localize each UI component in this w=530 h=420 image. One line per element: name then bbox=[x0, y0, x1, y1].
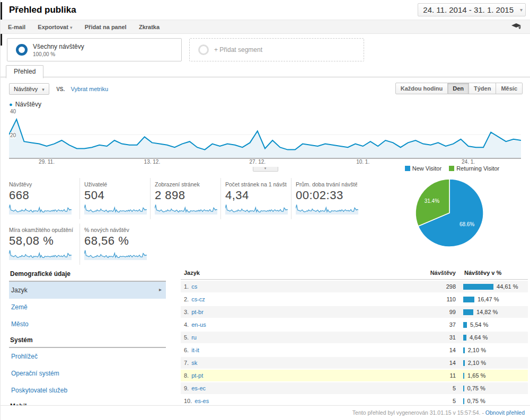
row-visits-percent: 14,82 % bbox=[476, 309, 498, 315]
language-code-link[interactable]: es-es bbox=[195, 398, 209, 404]
choose-metric-link[interactable]: Vybrat metriku bbox=[71, 86, 109, 92]
metric-sparkline bbox=[9, 203, 72, 215]
metric-value: 58,08 % bbox=[9, 234, 75, 248]
table-body: 1.cs29844,61 %2.cs-cz11016,47 %3.pt-br99… bbox=[181, 281, 528, 407]
report-toolbar: E-mail Exportovat ▾ Přidat na panel Zkra… bbox=[1, 20, 530, 34]
report-lower-section: Demografické údajeJazyk▸ZeměMěstoSystémP… bbox=[1, 266, 530, 420]
column-header-visits[interactable]: Návštěvy bbox=[413, 270, 456, 276]
segment-all-visits-percent: 100,00 % bbox=[33, 51, 84, 57]
export-button[interactable]: Exportovat ▾ bbox=[38, 24, 72, 30]
metric-select-dropdown[interactable]: Návštěvy▾ bbox=[9, 83, 49, 95]
visits-percent-bar bbox=[463, 322, 467, 328]
visitor-type-pie-block: New VisitorReturning Visitor 68.6%31.4% bbox=[376, 165, 528, 255]
row-visits: 99 bbox=[413, 309, 456, 315]
education-icon[interactable] bbox=[511, 23, 522, 31]
add-segment-button[interactable]: + Přidat segment bbox=[189, 38, 364, 61]
table-row[interactable]: 3.pt-br9914,82 % bbox=[181, 306, 528, 318]
granularity-month-button[interactable]: Měsíc bbox=[496, 83, 523, 94]
row-rank: 1. bbox=[184, 283, 189, 290]
visits-percent-bar bbox=[463, 360, 465, 366]
metric-sparkline bbox=[155, 203, 217, 215]
table-row[interactable]: 2.cs-cz11016,47 % bbox=[181, 293, 528, 305]
language-code-link[interactable]: es-ec bbox=[191, 385, 206, 391]
sidebar-item-opera-n-syst-m[interactable]: Operační systém bbox=[9, 365, 166, 382]
row-visits: 110 bbox=[413, 296, 456, 302]
sidebar-item-prohl-e-[interactable]: Prohlížeč bbox=[9, 348, 166, 365]
row-rank: 3. bbox=[184, 309, 189, 315]
chevron-down-icon: ▾ bbox=[70, 25, 73, 30]
pie-slice-label: 68.6% bbox=[460, 221, 474, 227]
segment-all-visits-label: Všechny návštěvy bbox=[33, 43, 84, 50]
date-range-selector[interactable]: 24. 11. 2014 - 31. 1. 2015 ▾ bbox=[418, 3, 526, 16]
sidebar-section-title: Demografické údaje bbox=[9, 266, 166, 282]
metric-sparkline bbox=[9, 249, 72, 261]
visits-percent-bar bbox=[463, 373, 464, 379]
metric-card[interactable]: % nových návštěv68,56 % bbox=[80, 224, 150, 265]
segment-ring-icon bbox=[16, 44, 28, 56]
report-header: Přehled publika 24. 11. 2014 - 31. 1. 20… bbox=[1, 0, 530, 20]
segment-ring-placeholder-icon bbox=[198, 44, 209, 55]
language-code-link[interactable]: ru bbox=[191, 334, 197, 341]
segment-all-visits[interactable]: Všechny návštěvy 100,00 % bbox=[7, 38, 182, 61]
metric-value: 4,34 bbox=[225, 189, 287, 202]
row-visits-percent: 1,65 % bbox=[467, 372, 485, 379]
table-row[interactable]: 1.cs29844,61 % bbox=[181, 281, 528, 292]
y-axis-tick-40: 40 bbox=[10, 109, 16, 114]
visits-percent-bar bbox=[463, 335, 466, 341]
visits-percent-bar bbox=[463, 284, 493, 290]
visitor-type-pie-chart[interactable]: 68.6%31.4% bbox=[376, 173, 528, 252]
metric-sparkline bbox=[296, 203, 358, 215]
granularity-week-button[interactable]: Týden bbox=[469, 83, 496, 94]
row-visits: 37 bbox=[413, 321, 456, 328]
language-code-link[interactable]: cs bbox=[191, 283, 197, 290]
column-header-visits-percent[interactable]: Návštěvy v % bbox=[456, 270, 528, 276]
metric-card[interactable]: Prům. doba trvání návštěvy00:02:33 bbox=[291, 178, 361, 219]
row-visits-percent: 0,75 % bbox=[467, 385, 485, 391]
chevron-right-icon: ▸ bbox=[159, 287, 162, 292]
generated-timestamp: Tento přehled byl vygenerován 31.01.15 v… bbox=[352, 409, 484, 416]
sidebar-item-zem-[interactable]: Země bbox=[9, 299, 166, 316]
language-code-link[interactable]: pt-br bbox=[191, 309, 204, 315]
sidebar-item-m-sto[interactable]: Město bbox=[9, 316, 166, 333]
language-code-link[interactable]: cs-cz bbox=[191, 296, 205, 302]
granularity-hourly-button[interactable]: Každou hodinu bbox=[395, 83, 448, 94]
language-code-link[interactable]: en-us bbox=[191, 321, 206, 328]
column-header-language[interactable]: Jazyk bbox=[181, 270, 413, 276]
visits-line-chart[interactable]: 40 20 29. 11.13. 12.27. 12.10. 1.24. 1. … bbox=[9, 110, 522, 172]
sidebar-item-poskytovatel-slu-eb[interactable]: Poskytovatel služeb bbox=[9, 382, 166, 399]
metric-card[interactable]: Míra okamžitého opuštění58,08 % bbox=[9, 224, 80, 265]
language-code-link[interactable]: it-it bbox=[191, 347, 199, 353]
table-row[interactable]: 7.sk142,10 % bbox=[181, 357, 528, 369]
tab-overview[interactable]: Přehled bbox=[6, 65, 43, 78]
email-button[interactable]: E-mail bbox=[8, 24, 25, 30]
language-code-link[interactable]: sk bbox=[191, 360, 197, 366]
table-header-row: Jazyk Návštěvy Návštěvy v % bbox=[181, 266, 528, 280]
sidebar-item-jazyk[interactable]: Jazyk▸ bbox=[9, 282, 166, 299]
table-row[interactable]: 8.pt-pt111,65 % bbox=[181, 370, 528, 381]
table-row[interactable]: 4.en-us375,54 % bbox=[181, 319, 528, 330]
metric-card[interactable]: Uživatelé504 bbox=[80, 178, 150, 219]
visits-percent-bar bbox=[463, 347, 465, 353]
chart-legend-label: Návštěvy bbox=[15, 101, 41, 108]
x-axis-tick-label: 27. 12. bbox=[249, 159, 266, 165]
pie-legend-item[interactable]: New Visitor bbox=[405, 165, 441, 172]
metric-value: 68,56 % bbox=[84, 234, 146, 248]
add-to-dashboard-button[interactable]: Přidat na panel bbox=[85, 24, 127, 30]
row-visits-percent: 16,47 % bbox=[478, 296, 499, 302]
shortcut-button[interactable]: Zkratka bbox=[139, 24, 160, 30]
refresh-report-link[interactable]: Obnovit přehled bbox=[485, 409, 525, 416]
granularity-day-button[interactable]: Den bbox=[448, 83, 469, 94]
metric-value: 00:02:33 bbox=[296, 189, 357, 202]
pie-legend-item[interactable]: Returning Visitor bbox=[449, 165, 499, 172]
chart-collapse-handle[interactable]: ▾ bbox=[253, 167, 278, 172]
x-axis-tick-label: 10. 1. bbox=[356, 159, 369, 165]
metric-card[interactable]: Počet stránek na 1 návštěvu4,34 bbox=[220, 178, 291, 219]
row-rank: 10. bbox=[184, 398, 192, 404]
language-code-link[interactable]: pt-pt bbox=[191, 372, 203, 379]
table-row[interactable]: 9.es-ec50,75 % bbox=[181, 382, 528, 394]
metric-card[interactable]: Návštěvy668 bbox=[9, 178, 80, 219]
x-axis-tick-label: 24. 1. bbox=[462, 159, 475, 165]
table-row[interactable]: 6.it-it142,10 % bbox=[181, 344, 528, 356]
metric-card[interactable]: Zobrazení stránek2 898 bbox=[150, 178, 220, 219]
table-row[interactable]: 5.ru314,64 % bbox=[181, 332, 528, 343]
